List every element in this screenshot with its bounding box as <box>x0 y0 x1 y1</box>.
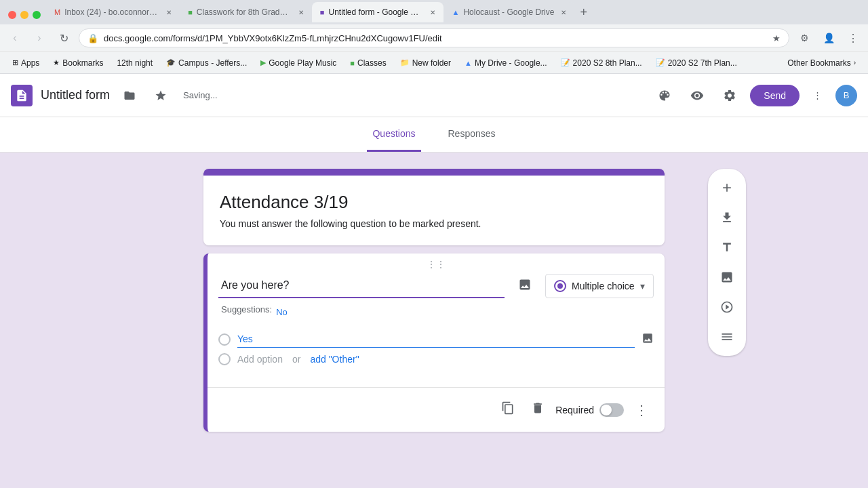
avatar[interactable]: B <box>835 85 857 106</box>
tab-drive[interactable]: ▲ Holocaust - Google Drive ✕ <box>443 2 574 22</box>
palette-button[interactable] <box>652 83 677 108</box>
bookmark-classes[interactable]: ■ Classes <box>344 57 391 69</box>
right-sidebar <box>708 169 746 356</box>
extensions-button[interactable]: ⚙ <box>795 28 814 47</box>
forms-logo <box>11 85 33 106</box>
bookmarks-bar: ⊞ Apps ★ Bookmarks 12th night 🎓 Campus -… <box>0 52 868 73</box>
saving-status: Saving... <box>183 90 218 100</box>
add-image-to-question-button[interactable] <box>513 272 537 299</box>
bookmark-2020s2-8th[interactable]: 📝 2020 S2 8th Plan... <box>555 57 648 69</box>
bookmark-bookmarks[interactable]: ★ Bookmarks <box>47 57 108 69</box>
maximize-button[interactable] <box>33 11 41 19</box>
question-more-button[interactable]: ⋮ <box>629 399 654 421</box>
form-header-content: Attendance 3/19 You must answer the foll… <box>203 176 665 245</box>
more-options-button[interactable]: ⋮ <box>808 85 827 106</box>
settings-button[interactable] <box>717 83 742 108</box>
suggestion-no-link[interactable]: No <box>276 307 288 317</box>
profile-button[interactable]: 👤 <box>819 28 838 47</box>
question-card: ⋮⋮ Multiple choice ▾ <box>203 253 665 432</box>
add-image-button[interactable] <box>713 264 741 291</box>
close-tab-drive[interactable]: ✕ <box>561 9 566 16</box>
bookmark-other[interactable]: Other Bookmarks › <box>782 57 861 69</box>
question-top: Multiple choice ▾ <box>218 272 654 299</box>
add-option-radio <box>218 353 231 365</box>
add-other-link[interactable]: add "Other" <box>310 354 359 365</box>
question-body: Multiple choice ▾ Suggestions: No <box>208 272 665 387</box>
question-type-selector[interactable]: Multiple choice ▾ <box>545 274 654 298</box>
form-tabs: Questions Responses <box>0 117 868 152</box>
question-text-input[interactable] <box>218 274 505 298</box>
add-title-button[interactable] <box>713 234 741 261</box>
main-content: Attendance 3/19 You must answer the foll… <box>0 152 868 488</box>
folder-button[interactable] <box>118 84 141 107</box>
required-toggle[interactable] <box>599 403 624 417</box>
add-option-label[interactable]: Add option <box>237 354 283 365</box>
add-video-button[interactable] <box>713 293 741 321</box>
tab-classroom[interactable]: ■ Classwork for 8th Grade Engl... ✕ <box>180 2 312 22</box>
suggestions-label: Suggestions: <box>221 304 272 314</box>
close-button[interactable] <box>8 11 16 19</box>
bookmark-apps[interactable]: ⊞ Apps <box>7 57 45 69</box>
toggle-knob <box>601 405 612 415</box>
bookmark-new-folder[interactable]: 📁 New folder <box>395 57 456 69</box>
drag-handle[interactable]: ⋮⋮ <box>208 253 665 272</box>
add-section-button[interactable] <box>713 323 741 350</box>
form-description: You must answer the following question t… <box>220 218 648 229</box>
address-bar[interactable]: 🔒 docs.google.com/forms/d/1PM_YbbVX9otx6… <box>79 28 789 47</box>
bookmark-12th-night[interactable]: 12th night <box>111 57 158 69</box>
option-row-yes <box>218 331 654 348</box>
bookmark-my-drive[interactable]: ▲ My Drive - Google... <box>459 57 553 69</box>
new-tab-button[interactable]: + <box>574 5 593 20</box>
dropdown-arrow-icon: ▾ <box>640 281 645 291</box>
send-button[interactable]: Send <box>750 85 800 106</box>
close-tab-forms[interactable]: ✕ <box>430 9 435 16</box>
duplicate-question-button[interactable] <box>496 396 520 424</box>
tab-questions[interactable]: Questions <box>367 117 420 152</box>
tab-gmail[interactable]: M Inbox (24) - bo.oconnor@rmae... ✕ <box>46 2 180 22</box>
bookmark-google-play[interactable]: ▶ Google Play Music <box>255 57 342 69</box>
form-header-banner <box>203 169 665 176</box>
app-title: Untitled form <box>41 88 110 102</box>
option-radio-yes <box>218 333 231 346</box>
add-option-row: Add option or add "Other" <box>218 353 654 365</box>
close-tab-gmail[interactable]: ✕ <box>166 9 172 16</box>
bookmark-2020s2-7th[interactable]: 📝 2020 S2 7th Plan... <box>650 57 743 69</box>
forward-button[interactable]: › <box>30 28 49 47</box>
form-header-card: Attendance 3/19 You must answer the foll… <box>203 169 665 245</box>
close-tab-classroom[interactable]: ✕ <box>298 9 304 16</box>
bookmark-campus[interactable]: 🎓 Campus - Jeffers... <box>161 57 252 69</box>
url-text: docs.google.com/forms/d/1PM_YbbVX9otx6Kl… <box>104 33 442 43</box>
more-chrome-button[interactable]: ⋮ <box>844 28 863 47</box>
multiple-choice-icon <box>554 280 566 292</box>
back-button[interactable]: ‹ <box>5 28 24 47</box>
import-questions-button[interactable] <box>713 204 741 231</box>
reload-button[interactable]: ↻ <box>54 28 73 47</box>
preview-button[interactable] <box>685 83 709 108</box>
option-text-yes[interactable] <box>237 331 635 348</box>
question-type-label: Multiple choice <box>572 281 635 291</box>
minimize-button[interactable] <box>20 11 28 19</box>
option-image-button-yes[interactable] <box>642 332 654 346</box>
delete-question-button[interactable] <box>526 396 550 424</box>
tab-responses[interactable]: Responses <box>443 117 501 152</box>
add-question-button[interactable] <box>713 174 741 201</box>
required-label: Required <box>555 405 594 415</box>
form-container: Attendance 3/19 You must answer the foll… <box>203 169 665 475</box>
app-header: Untitled form Saving... Send ⋮ B <box>0 74 868 117</box>
star-button[interactable] <box>149 84 172 107</box>
form-title: Attendance 3/19 <box>220 192 648 213</box>
tab-forms[interactable]: ■ Untitled form - Google Forms ✕ <box>312 2 444 22</box>
card-footer: Required ⋮ <box>208 387 665 432</box>
add-option-or: or <box>292 354 300 365</box>
